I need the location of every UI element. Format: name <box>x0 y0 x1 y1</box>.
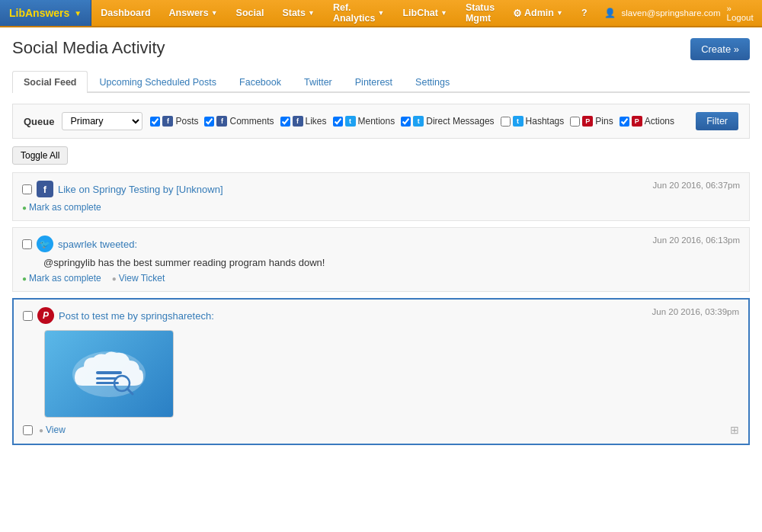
page-header: Social Media Activity Create » <box>12 38 750 60</box>
filter-bar: Queue Primary Secondary f Posts f Commen… <box>12 104 750 139</box>
filter-likes-checkbox[interactable] <box>280 117 290 127</box>
fb-icon-likes: f <box>293 116 303 127</box>
filter-direct-messages: t Direct Messages <box>401 116 494 127</box>
activity-text-1: Like on Springy Testing by [Unknown] <box>58 184 223 195</box>
filter-hashtags-checkbox[interactable] <box>501 117 511 127</box>
tab-settings[interactable]: Settings <box>404 71 461 93</box>
filter-posts-checkbox[interactable] <box>150 117 160 127</box>
tab-social-feed[interactable]: Social Feed <box>12 71 88 93</box>
filter-posts-label: Posts <box>175 116 198 127</box>
activity-left-1: f Like on Springy Testing by [Unknown] <box>22 181 223 197</box>
answers-caret: ▼ <box>211 9 218 17</box>
nav-ref-analytics[interactable]: Ref. Analytics▼ <box>324 0 394 26</box>
svg-rect-1 <box>96 371 122 374</box>
refanalytics-caret: ▼ <box>378 9 385 17</box>
nav-answers[interactable]: Answers▼ <box>160 0 227 26</box>
activity-checkbox-2[interactable] <box>22 239 32 249</box>
filter-pins-label: Pins <box>595 116 613 127</box>
activity-header-3: P Post to test me by springsharetech: Ju… <box>23 307 739 324</box>
nav-help[interactable]: ? <box>572 0 597 26</box>
svg-rect-2 <box>96 377 117 380</box>
user-email: slaven@springshare.com <box>622 8 721 18</box>
logout-link[interactable]: » Logout <box>726 4 754 22</box>
activity-checkbox-1[interactable] <box>22 184 32 194</box>
filter-dm-label: Direct Messages <box>426 116 494 127</box>
filter-comments: f Comments <box>204 116 274 127</box>
tab-twitter[interactable]: Twitter <box>293 71 344 93</box>
view-link-3[interactable]: ● View <box>39 425 66 435</box>
activity-timestamp-3: Jun 20 2016, 03:39pm <box>652 307 739 316</box>
activity-item-2: 🐦 spawrlek tweeted: Jun 20 2016, 06:13pm… <box>12 227 750 292</box>
activity-left-3: P Post to test me by springsharetech: <box>23 307 214 324</box>
nav-social[interactable]: Social <box>227 0 274 26</box>
view-ticket-link-2[interactable]: ● View Ticket <box>112 273 165 284</box>
filter-checkboxes: f Posts f Comments f Likes t Mentions <box>150 116 674 127</box>
mark-complete-link-2[interactable]: ● Mark as complete <box>22 273 101 284</box>
activity-item: f Like on Springy Testing by [Unknown] J… <box>12 172 750 221</box>
navbar-right: 👤 slaven@springshare.com » Logout <box>597 0 762 26</box>
mark-complete-link-1[interactable]: ● Mark as complete <box>22 202 101 213</box>
activity-actions-1: ● Mark as complete <box>22 202 740 213</box>
tab-upcoming-scheduled[interactable]: Upcoming Scheduled Posts <box>88 71 228 93</box>
activity-left-2: 🐦 spawrlek tweeted: <box>22 236 137 252</box>
nav-dashboard[interactable]: Dashboard <box>91 0 159 26</box>
filter-pins-checkbox[interactable] <box>570 117 580 127</box>
filter-dm-checkbox[interactable] <box>401 117 411 127</box>
nav-stats[interactable]: Stats▼ <box>273 0 324 26</box>
activity-checkbox-3[interactable] <box>23 311 33 321</box>
activity-timestamp-1: Jun 20 2016, 06:37pm <box>653 181 740 190</box>
filter-actions-checkbox[interactable] <box>620 117 629 127</box>
page-title: Social Media Activity <box>12 38 165 58</box>
view-dot-3: ● <box>39 426 43 434</box>
navbar-brand[interactable]: LibAnswers ▼ <box>0 0 91 26</box>
filter-actions-label: Actions <box>645 116 674 127</box>
navbar: LibAnswers ▼ Dashboard Answers▼ Social S… <box>0 0 762 27</box>
stats-caret: ▼ <box>308 9 315 17</box>
gear-icon: ⚙ <box>513 8 522 19</box>
filter-hashtags-label: Hashtags <box>526 116 565 127</box>
svg-rect-3 <box>96 382 119 384</box>
pin-icon-actions: P <box>632 116 642 127</box>
fb-icon-comments: f <box>216 116 227 127</box>
user-icon: 👤 <box>604 8 616 18</box>
ticket-dot-2: ● <box>112 274 117 283</box>
complete-dot-1: ● <box>22 204 27 212</box>
tabs-bar: Social Feed Upcoming Scheduled Posts Fac… <box>12 71 750 93</box>
tweet-body-2: @springylib has the best summer reading … <box>43 257 740 268</box>
admin-caret: ▼ <box>556 9 563 17</box>
tab-pinterest[interactable]: Pinterest <box>344 71 404 93</box>
tab-facebook[interactable]: Facebook <box>228 71 293 93</box>
page-container: Social Media Activity Create » Social Fe… <box>0 27 762 532</box>
footer-icon-right: ⊞ <box>730 424 739 436</box>
filter-likes: f Likes <box>280 116 327 127</box>
queue-select[interactable]: Primary Secondary <box>62 112 142 130</box>
nav-libchat[interactable]: LibChat▼ <box>393 0 456 26</box>
filter-pins: P Pins <box>570 116 613 127</box>
filter-mentions-checkbox[interactable] <box>333 117 343 127</box>
activity-text-2: spawrlek tweeted: <box>58 239 137 250</box>
facebook-icon-1: f <box>37 181 53 197</box>
activity-header-2: 🐦 spawrlek tweeted: Jun 20 2016, 06:13pm <box>22 236 740 252</box>
pin-image-box <box>44 330 174 418</box>
fb-icon-posts: f <box>162 116 173 127</box>
libchat-caret: ▼ <box>440 9 447 17</box>
tw-icon-hashtags: t <box>513 116 523 127</box>
tw-icon-mentions: t <box>345 116 356 127</box>
filter-hashtags: t Hashtags <box>501 116 565 127</box>
filter-mentions-label: Mentions <box>358 116 395 127</box>
activity-timestamp-2: Jun 20 2016, 06:13pm <box>653 236 740 245</box>
activity-footer-left: ● View <box>23 425 66 435</box>
footer-checkbox-3[interactable] <box>23 425 33 435</box>
nav-status-mgmt[interactable]: Status Mgmt <box>456 0 504 26</box>
filter-comments-checkbox[interactable] <box>204 117 214 127</box>
activity-footer-3: ● View ⊞ <box>23 424 739 436</box>
toggle-all-button[interactable]: Toggle All <box>12 146 68 165</box>
nav-admin[interactable]: ⚙ Admin ▼ <box>504 0 572 26</box>
activity-text-3: Post to test me by springsharetech: <box>59 310 214 322</box>
activity-item-3: P Post to test me by springsharetech: Ju… <box>12 298 750 445</box>
pinterest-icon-3: P <box>37 307 54 324</box>
navbar-items: Dashboard Answers▼ Social Stats▼ Ref. An… <box>91 0 596 26</box>
filter-button[interactable]: Filter <box>696 112 738 130</box>
activity-actions-2: ● Mark as complete ● View Ticket <box>22 273 740 284</box>
create-button[interactable]: Create » <box>690 38 750 60</box>
